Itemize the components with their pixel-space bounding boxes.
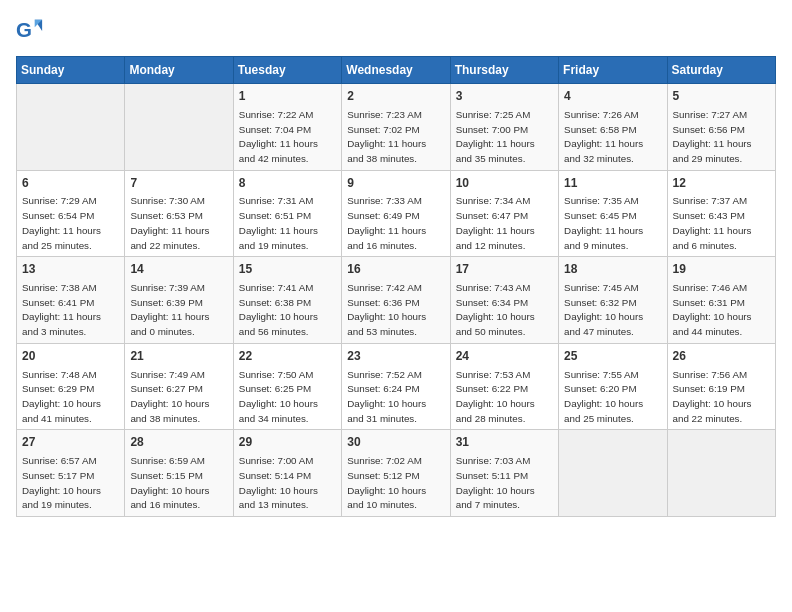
calendar-cell: 31Sunrise: 7:03 AMSunset: 5:11 PMDayligh… [450,430,558,517]
day-number: 9 [347,175,444,192]
sunset-info: Sunset: 6:25 PM [239,383,311,394]
day-number: 26 [673,348,770,365]
daylight-info: Daylight: 11 hours and 25 minutes. [22,225,101,251]
calendar-table: SundayMondayTuesdayWednesdayThursdayFrid… [16,56,776,517]
daylight-info: Daylight: 10 hours and 25 minutes. [564,398,643,424]
calendar-week-1: 1Sunrise: 7:22 AMSunset: 7:04 PMDaylight… [17,84,776,171]
sunrise-info: Sunrise: 7:43 AM [456,282,531,293]
sunset-info: Sunset: 6:20 PM [564,383,636,394]
sunset-info: Sunset: 6:56 PM [673,124,745,135]
daylight-info: Daylight: 10 hours and 34 minutes. [239,398,318,424]
day-number: 13 [22,261,119,278]
calendar-cell: 21Sunrise: 7:49 AMSunset: 6:27 PMDayligh… [125,343,233,430]
sunset-info: Sunset: 5:12 PM [347,470,419,481]
daylight-info: Daylight: 10 hours and 53 minutes. [347,311,426,337]
daylight-info: Daylight: 11 hours and 0 minutes. [130,311,209,337]
day-number: 31 [456,434,553,451]
day-header-sunday: Sunday [17,57,125,84]
calendar-cell: 25Sunrise: 7:55 AMSunset: 6:20 PMDayligh… [559,343,667,430]
calendar-cell [17,84,125,171]
page-header: G [16,16,776,44]
sunset-info: Sunset: 6:45 PM [564,210,636,221]
sunset-info: Sunset: 6:43 PM [673,210,745,221]
sunset-info: Sunset: 7:02 PM [347,124,419,135]
calendar-week-3: 13Sunrise: 7:38 AMSunset: 6:41 PMDayligh… [17,257,776,344]
sunrise-info: Sunrise: 7:48 AM [22,369,97,380]
calendar-cell: 19Sunrise: 7:46 AMSunset: 6:31 PMDayligh… [667,257,775,344]
sunrise-info: Sunrise: 7:41 AM [239,282,314,293]
calendar-cell: 30Sunrise: 7:02 AMSunset: 5:12 PMDayligh… [342,430,450,517]
day-number: 15 [239,261,336,278]
sunset-info: Sunset: 6:47 PM [456,210,528,221]
day-number: 3 [456,88,553,105]
calendar-cell: 12Sunrise: 7:37 AMSunset: 6:43 PMDayligh… [667,170,775,257]
sunrise-info: Sunrise: 7:55 AM [564,369,639,380]
sunrise-info: Sunrise: 7:53 AM [456,369,531,380]
sunset-info: Sunset: 6:31 PM [673,297,745,308]
sunset-info: Sunset: 7:00 PM [456,124,528,135]
calendar-cell [667,430,775,517]
day-number: 19 [673,261,770,278]
daylight-info: Daylight: 11 hours and 3 minutes. [22,311,101,337]
daylight-info: Daylight: 10 hours and 22 minutes. [673,398,752,424]
daylight-info: Daylight: 11 hours and 42 minutes. [239,138,318,164]
daylight-info: Daylight: 11 hours and 9 minutes. [564,225,643,251]
daylight-info: Daylight: 10 hours and 7 minutes. [456,485,535,511]
day-number: 27 [22,434,119,451]
sunrise-info: Sunrise: 7:26 AM [564,109,639,120]
calendar-cell: 15Sunrise: 7:41 AMSunset: 6:38 PMDayligh… [233,257,341,344]
calendar-cell: 2Sunrise: 7:23 AMSunset: 7:02 PMDaylight… [342,84,450,171]
day-number: 30 [347,434,444,451]
calendar-week-2: 6Sunrise: 7:29 AMSunset: 6:54 PMDaylight… [17,170,776,257]
sunset-info: Sunset: 6:38 PM [239,297,311,308]
calendar-week-5: 27Sunrise: 6:57 AMSunset: 5:17 PMDayligh… [17,430,776,517]
daylight-info: Daylight: 11 hours and 12 minutes. [456,225,535,251]
sunset-info: Sunset: 6:36 PM [347,297,419,308]
sunrise-info: Sunrise: 7:00 AM [239,455,314,466]
daylight-info: Daylight: 10 hours and 56 minutes. [239,311,318,337]
day-number: 7 [130,175,227,192]
sunrise-info: Sunrise: 7:23 AM [347,109,422,120]
sunrise-info: Sunrise: 7:39 AM [130,282,205,293]
sunrise-info: Sunrise: 7:03 AM [456,455,531,466]
day-number: 16 [347,261,444,278]
daylight-info: Daylight: 11 hours and 38 minutes. [347,138,426,164]
sunrise-info: Sunrise: 7:27 AM [673,109,748,120]
calendar-cell: 6Sunrise: 7:29 AMSunset: 6:54 PMDaylight… [17,170,125,257]
calendar-cell: 13Sunrise: 7:38 AMSunset: 6:41 PMDayligh… [17,257,125,344]
sunset-info: Sunset: 6:34 PM [456,297,528,308]
sunrise-info: Sunrise: 7:34 AM [456,195,531,206]
calendar-cell: 4Sunrise: 7:26 AMSunset: 6:58 PMDaylight… [559,84,667,171]
day-number: 18 [564,261,661,278]
daylight-info: Daylight: 10 hours and 19 minutes. [22,485,101,511]
calendar-cell: 10Sunrise: 7:34 AMSunset: 6:47 PMDayligh… [450,170,558,257]
calendar-header-row: SundayMondayTuesdayWednesdayThursdayFrid… [17,57,776,84]
sunset-info: Sunset: 7:04 PM [239,124,311,135]
day-number: 25 [564,348,661,365]
sunset-info: Sunset: 5:11 PM [456,470,528,481]
sunset-info: Sunset: 6:24 PM [347,383,419,394]
day-header-wednesday: Wednesday [342,57,450,84]
calendar-cell [125,84,233,171]
sunrise-info: Sunrise: 7:46 AM [673,282,748,293]
sunset-info: Sunset: 6:19 PM [673,383,745,394]
calendar-cell: 8Sunrise: 7:31 AMSunset: 6:51 PMDaylight… [233,170,341,257]
daylight-info: Daylight: 10 hours and 13 minutes. [239,485,318,511]
daylight-info: Daylight: 11 hours and 16 minutes. [347,225,426,251]
calendar-cell: 5Sunrise: 7:27 AMSunset: 6:56 PMDaylight… [667,84,775,171]
daylight-info: Daylight: 10 hours and 16 minutes. [130,485,209,511]
daylight-info: Daylight: 10 hours and 38 minutes. [130,398,209,424]
sunset-info: Sunset: 5:14 PM [239,470,311,481]
daylight-info: Daylight: 11 hours and 29 minutes. [673,138,752,164]
calendar-cell [559,430,667,517]
calendar-cell: 1Sunrise: 7:22 AMSunset: 7:04 PMDaylight… [233,84,341,171]
calendar-cell: 3Sunrise: 7:25 AMSunset: 7:00 PMDaylight… [450,84,558,171]
calendar-cell: 23Sunrise: 7:52 AMSunset: 6:24 PMDayligh… [342,343,450,430]
sunset-info: Sunset: 6:58 PM [564,124,636,135]
calendar-cell: 24Sunrise: 7:53 AMSunset: 6:22 PMDayligh… [450,343,558,430]
sunrise-info: Sunrise: 7:50 AM [239,369,314,380]
day-number: 2 [347,88,444,105]
sunrise-info: Sunrise: 6:57 AM [22,455,97,466]
day-number: 21 [130,348,227,365]
calendar-cell: 9Sunrise: 7:33 AMSunset: 6:49 PMDaylight… [342,170,450,257]
